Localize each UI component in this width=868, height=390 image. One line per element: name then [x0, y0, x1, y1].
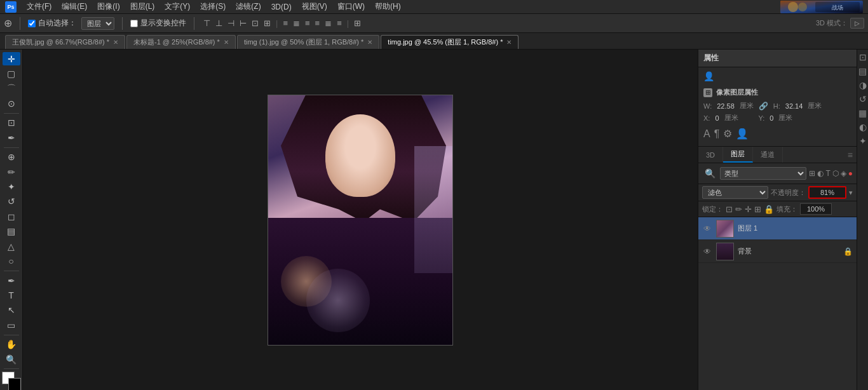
pen-tool[interactable]: ✒: [3, 274, 20, 287]
layer-0-eye[interactable]: 👁: [702, 224, 712, 234]
transform-input[interactable]: [130, 20, 138, 27]
align-vcenter-icon[interactable]: ⊥: [214, 17, 224, 29]
tab-channels[interactable]: 通道: [753, 147, 783, 163]
opacity-input[interactable]: [808, 186, 846, 199]
distribute-right-icon[interactable]: ≡: [336, 17, 343, 29]
auto-select-input[interactable]: [28, 20, 36, 27]
layer-item-1[interactable]: 👁 背景 🔒: [698, 240, 857, 263]
blur-tool[interactable]: △: [3, 239, 20, 253]
menu-item-file[interactable]: 文件(F): [27, 1, 51, 12]
arrange-icon[interactable]: ⊞: [353, 17, 362, 29]
text-icon[interactable]: A: [703, 128, 710, 140]
dodge-tool[interactable]: ○: [3, 255, 20, 268]
eyedropper-tool[interactable]: ✒: [3, 131, 20, 144]
styles-panel-btn[interactable]: ✦: [858, 136, 868, 146]
paragraph-icon[interactable]: ¶: [714, 128, 720, 140]
tab-0[interactable]: 王俊凯.jpg @ 66.7%(RGB/8#) * ✕: [5, 35, 125, 49]
tab-3d[interactable]: 3D: [698, 147, 723, 163]
menu-item-3d[interactable]: 3D(D): [271, 3, 292, 11]
layers-search-icon[interactable]: 🔍: [702, 166, 717, 181]
foreground-color-box[interactable]: [8, 378, 21, 390]
distribute-top-icon[interactable]: ≡: [281, 17, 289, 29]
menu-item-filter[interactable]: 滤镜(Z): [236, 1, 261, 12]
layer-select[interactable]: 图层: [81, 17, 114, 30]
hand-tool[interactable]: ✋: [3, 337, 20, 351]
spot-heal-tool[interactable]: ⊕: [3, 150, 20, 163]
align-bottom-icon[interactable]: ⊣: [226, 17, 236, 29]
layers-panel-btn[interactable]: ▤: [858, 66, 868, 76]
distribute-vcenter-icon[interactable]: ≣: [292, 17, 301, 29]
history-panel-btn[interactable]: ↺: [858, 94, 868, 104]
menu-item-text[interactable]: 文字(Y): [165, 1, 190, 12]
menu-item-select[interactable]: 选择(S): [200, 1, 226, 12]
person2-icon[interactable]: 👤: [736, 128, 749, 140]
layer-item-0[interactable]: 👁 图层 1: [698, 217, 857, 240]
tab-0-close[interactable]: ✕: [113, 39, 118, 46]
distribute-left-icon[interactable]: ≡: [314, 17, 322, 29]
lasso-tool[interactable]: ⌒: [3, 82, 20, 95]
gradient-tool[interactable]: ▤: [3, 225, 20, 238]
3d-mode-btn[interactable]: ▷: [850, 18, 864, 29]
filter-text-icon[interactable]: T: [825, 169, 830, 178]
lock-position-icon[interactable]: ✛: [745, 205, 752, 214]
select-rect-tool[interactable]: ▢: [3, 67, 20, 80]
align-left-icon[interactable]: ⊢: [238, 17, 248, 29]
quick-select-tool[interactable]: ⊙: [3, 97, 20, 110]
layers-type-select[interactable]: 类型: [720, 167, 806, 180]
color-selector[interactable]: [2, 372, 21, 387]
channels-panel-btn[interactable]: ◑: [858, 80, 868, 90]
eraser-tool[interactable]: ◻: [3, 210, 20, 223]
person-icon[interactable]: 👤: [703, 71, 714, 81]
align-right-icon[interactable]: ⊞: [262, 17, 272, 29]
lock-pixels-icon[interactable]: ⊡: [726, 205, 733, 214]
properties-panel-btn[interactable]: ⊡: [858, 52, 868, 62]
move-tool-icon[interactable]: ⊕: [4, 17, 12, 29]
tab-3-close[interactable]: ✕: [506, 39, 512, 46]
opacity-dropdown-arrow[interactable]: ▾: [849, 189, 853, 197]
menu-item-edit[interactable]: 编辑(E): [62, 1, 87, 12]
distribute-hcenter-icon[interactable]: ≣: [323, 17, 333, 29]
move-tool[interactable]: ✛: [3, 52, 20, 65]
shape-tool[interactable]: ▭: [3, 318, 20, 332]
transform-checkbox[interactable]: 显示变换控件: [130, 18, 186, 29]
menu-item-image[interactable]: 图像(I): [97, 1, 119, 12]
swatches-panel-btn[interactable]: ▦: [858, 108, 868, 118]
tab-2-close[interactable]: ✕: [367, 39, 372, 46]
tab-2[interactable]: timg (1).jpg @ 50% (图层 1, RGB/8#) * ✕: [237, 35, 379, 49]
menu-item-layer[interactable]: 图层(L): [130, 1, 155, 12]
clone-stamp-tool[interactable]: ✦: [3, 180, 20, 193]
tab-3[interactable]: timg.jpg @ 45.5% (图层 1, RGB/8#) * ✕: [381, 35, 519, 49]
tab-1[interactable]: 未标题-1 @ 25%(RGB/8#) * ✕: [126, 35, 236, 49]
tab-layers[interactable]: 图层: [723, 147, 753, 163]
brush-tool[interactable]: ✏: [3, 165, 20, 178]
filter-toggle[interactable]: ●: [848, 169, 853, 178]
path-select-tool[interactable]: ↖: [3, 304, 20, 317]
tab-1-close[interactable]: ✕: [224, 39, 229, 46]
lock-artboard-icon[interactable]: ⊞: [754, 205, 761, 214]
menu-item-view[interactable]: 视图(V): [302, 1, 327, 12]
distribute-bottom-icon[interactable]: ≡: [304, 17, 311, 29]
adjustments-panel-btn[interactable]: ◐: [858, 122, 868, 132]
align-top-icon[interactable]: ⊤: [202, 17, 212, 29]
filter-pixel-icon[interactable]: ⊞: [809, 169, 815, 178]
layers-menu-icon[interactable]: ≡: [848, 150, 853, 160]
align-hcenter-icon[interactable]: ⊡: [250, 17, 260, 29]
lock-paint-icon[interactable]: ✏: [735, 205, 742, 214]
blend-mode-select[interactable]: 滤色: [702, 186, 768, 199]
fill-input[interactable]: [800, 203, 832, 215]
link-icon[interactable]: 🔗: [759, 102, 768, 111]
crop-tool[interactable]: ⊡: [3, 116, 20, 130]
canvas-area[interactable]: [23, 50, 698, 390]
settings-icon[interactable]: ⚙: [723, 128, 732, 140]
filter-adjustment-icon[interactable]: ◐: [817, 169, 824, 178]
text-tool[interactable]: T: [3, 288, 20, 302]
layer-1-eye[interactable]: 👁: [702, 246, 712, 257]
zoom-tool[interactable]: 🔍: [3, 353, 20, 366]
filter-shape-icon[interactable]: ⬡: [832, 169, 839, 178]
lock-all-icon[interactable]: 🔒: [764, 205, 774, 214]
filter-smart-icon[interactable]: ◈: [841, 169, 846, 178]
auto-select-checkbox[interactable]: 自动选择：: [28, 18, 76, 29]
menu-item-window[interactable]: 窗口(W): [337, 1, 365, 12]
menu-item-help[interactable]: 帮助(H): [375, 1, 401, 12]
history-brush-tool[interactable]: ↺: [3, 195, 20, 208]
